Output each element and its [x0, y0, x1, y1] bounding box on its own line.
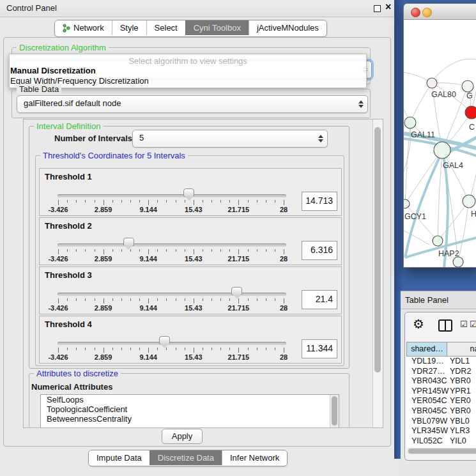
network-node[interactable] [453, 257, 463, 267]
tab-jactivemnodules[interactable]: jActiveMNodules [249, 20, 326, 35]
threshold-value-field[interactable]: 11.344 [302, 339, 337, 358]
numerical-attributes-list[interactable]: SelfLoopsTopologicalCoefficientBetweenne… [40, 394, 339, 428]
close-icon[interactable]: × [385, 1, 391, 13]
cell-name: YPR1 [450, 387, 471, 397]
slider-thumb[interactable] [123, 238, 134, 246]
table-row[interactable]: YIL052CYIL0 [406, 436, 476, 447]
network-node-gal80[interactable] [427, 78, 437, 88]
tab-impute-data[interactable]: Impute Data [89, 450, 150, 465]
num-intervals-select[interactable]: 5 [132, 130, 328, 148]
attribute-item-selfloops[interactable]: SelfLoops [41, 395, 339, 404]
vertical-scrollbar[interactable] [372, 119, 383, 427]
network-node-c[interactable] [465, 106, 476, 119]
cell-name: YER0 [450, 396, 471, 406]
cell-name: YIL0 [450, 436, 466, 447]
slider-thumb[interactable] [159, 336, 170, 344]
table-data-select[interactable]: galFiltered.sif default node [17, 95, 368, 113]
gear-icon[interactable]: ⚙ [413, 316, 424, 332]
checkbox-checked-icon[interactable]: ☑ [470, 319, 476, 329]
tick-label: 28 [265, 304, 303, 312]
tab-select[interactable]: Select [146, 20, 185, 35]
network-node-g[interactable] [462, 81, 473, 92]
node-label: GCY1 [404, 212, 426, 221]
slider-track[interactable] [58, 293, 286, 296]
scrollbar-thumb[interactable] [374, 127, 381, 372]
network-view-window[interactable]: GAL80GCGAL11GAL4GCY1HHAP2 [403, 3, 476, 268]
threshold-value-field[interactable]: 21.4 [302, 290, 337, 309]
table-row[interactable]: YDR27…YDR2 [406, 367, 476, 377]
slider-thumb[interactable] [231, 287, 242, 295]
edge [458, 201, 469, 262]
network-node-gal4[interactable] [434, 142, 450, 158]
tick-label: 28 [265, 255, 303, 263]
dropdown-option-manual-discretization[interactable]: Manual Discretization [10, 66, 96, 75]
tick-label: 28 [265, 206, 303, 213]
cell-name: YDL1 [450, 357, 470, 367]
network-canvas[interactable]: GAL80GCGAL11GAL4GCY1HHAP2 [404, 20, 476, 267]
table-row[interactable]: YER054CYER0 [406, 396, 476, 406]
table-panel: ⚙ ☑ ☑ shared…naYDL19…YDL1YDR27…YDR2YBR04… [404, 312, 476, 461]
list-scrollbar[interactable] [330, 395, 339, 428]
settings-scrollpane: Interval Definition Number of Intervals … [23, 119, 383, 428]
zoom-traffic-light-icon[interactable] [434, 8, 442, 16]
bottom-tab-bar: Impute DataDiscretize DataInfer Network [88, 450, 288, 466]
tick-label: 21.715 [219, 255, 257, 263]
tick-label: 2.859 [84, 255, 123, 263]
network-node-hap2[interactable] [433, 236, 443, 246]
slider-thumb[interactable] [183, 188, 194, 197]
network-node-gal11[interactable] [404, 117, 416, 128]
threshold-value-field[interactable]: 14.713 [302, 192, 337, 211]
tab-cyni-toolbox[interactable]: Cyni Toolbox [185, 20, 249, 35]
cell-name: YBR0 [450, 376, 471, 387]
tick-label: 21.715 [219, 304, 257, 312]
edge [438, 150, 442, 241]
cell-shared-name: YDR27… [411, 367, 445, 377]
tick-label: 15.43 [174, 353, 213, 361]
slider-track[interactable] [58, 194, 286, 197]
minimize-traffic-light-icon[interactable] [422, 8, 432, 17]
float-window-icon[interactable] [374, 5, 381, 12]
attribute-item-betweennesscentrality[interactable]: BetweennessCentrality [41, 414, 339, 424]
table-panel-titlebar: Table Panel [401, 291, 476, 309]
network-window-titlebar [404, 4, 476, 20]
attribute-item-topologicalcoefficient[interactable]: TopologicalCoefficient [41, 404, 339, 414]
table-row[interactable]: YBR045CYBR0 [406, 406, 476, 417]
slider-track[interactable] [58, 342, 286, 345]
tab-label: Impute Data [96, 450, 142, 465]
column-header-shared-[interactable]: shared… [406, 342, 448, 357]
tick-label: 15.43 [174, 206, 213, 213]
checkbox-checked-icon[interactable]: ☑ [460, 319, 468, 329]
tick-label: 9.144 [129, 353, 167, 361]
table-row[interactable]: YLR345WYLR3 [406, 426, 476, 436]
horizontal-scrollbar[interactable] [407, 448, 476, 454]
tab-discretize-data[interactable]: Discretize Data [150, 450, 222, 465]
tab-infer-network[interactable]: Infer Network [222, 450, 287, 465]
slider-track[interactable] [58, 243, 286, 247]
close-traffic-light-icon[interactable] [411, 8, 420, 17]
threshold-value-field[interactable]: 6.316 [302, 241, 337, 260]
table-row[interactable]: YDL19…YDL1 [406, 357, 476, 367]
node-label: GAL11 [411, 130, 435, 139]
apply-button[interactable]: Apply [162, 429, 203, 444]
tab-network[interactable]: Network [55, 20, 112, 35]
column-header-na[interactable]: na [447, 342, 476, 357]
tab-style[interactable]: Style [112, 20, 146, 35]
table-row[interactable]: YBL079WYBL0 [406, 417, 476, 427]
table-row[interactable]: YBR043CYBR0 [406, 376, 476, 387]
threshold-label: Threshold 3 [45, 270, 92, 280]
dropdown-hint: Select algorithm to view settings [10, 56, 366, 66]
tick-label: -3.426 [39, 304, 77, 312]
table-row[interactable]: YPR145WYPR1 [406, 387, 476, 397]
num-intervals-label: Number of Intervals [54, 134, 132, 143]
threshold-label: Threshold 1 [45, 172, 92, 181]
cell-shared-name: YBR045C [411, 406, 447, 417]
desktop-edge [394, 291, 401, 459]
network-node-gcy1[interactable] [404, 199, 410, 208]
columns-icon[interactable] [438, 319, 452, 332]
tab-label: Discretize Data [158, 450, 214, 465]
network-node-h[interactable] [463, 195, 475, 208]
cell-shared-name: YBL079W [411, 417, 447, 427]
tab-label: Cyni Toolbox [194, 20, 241, 35]
cell-shared-name: YPR145W [411, 387, 449, 397]
section-label: Discretization Algorithm [17, 43, 109, 52]
